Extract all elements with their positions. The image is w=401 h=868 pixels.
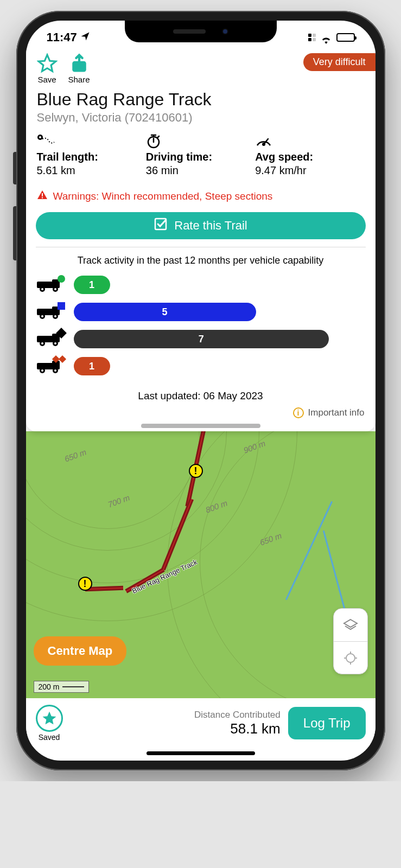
capability-marker-icon bbox=[53, 356, 65, 362]
rate-button-label: Rate this Trail bbox=[174, 219, 247, 233]
chart-bar: 1 bbox=[74, 357, 110, 375]
save-label: Save bbox=[37, 75, 56, 84]
time-value: 36 min bbox=[146, 164, 255, 177]
chart-row: 7 bbox=[36, 327, 366, 351]
svg-point-31 bbox=[54, 369, 56, 372]
vehicle-icon bbox=[36, 277, 67, 292]
centre-map-label: Centre Map bbox=[48, 644, 113, 658]
important-info-button[interactable]: i Important info bbox=[26, 405, 375, 423]
map-scale-bar: 200 m bbox=[34, 681, 90, 693]
log-trip-label: Log Trip bbox=[303, 716, 351, 730]
gauge-icon bbox=[255, 133, 364, 149]
chart-row: 1 bbox=[36, 273, 366, 297]
share-label: Share bbox=[68, 75, 90, 84]
activity-chart: 1571 bbox=[26, 273, 375, 385]
svg-point-24 bbox=[41, 342, 43, 344]
star-outline-icon bbox=[37, 53, 58, 74]
map-warning-marker[interactable]: ! bbox=[189, 464, 203, 478]
save-button[interactable]: Save bbox=[37, 53, 58, 84]
rate-trail-button[interactable]: Rate this Trail bbox=[36, 212, 366, 239]
svg-rect-6 bbox=[42, 197, 43, 199]
phone-frame: 11:47 bbox=[16, 11, 385, 770]
location-arrow-icon bbox=[80, 30, 90, 44]
phone-screen: 11:47 bbox=[26, 21, 375, 761]
svg-point-12 bbox=[41, 288, 43, 290]
warning-triangle-icon bbox=[37, 190, 48, 202]
log-trip-button[interactable]: Log Trip bbox=[288, 707, 366, 739]
map-layers-button[interactable] bbox=[334, 609, 367, 641]
chart-row: 5 bbox=[36, 300, 366, 324]
chart-row: 1 bbox=[36, 354, 366, 378]
vehicle-icon bbox=[36, 331, 67, 347]
centre-map-button[interactable]: Centre Map bbox=[34, 636, 127, 666]
important-info-label: Important info bbox=[308, 407, 365, 418]
chart-caption: Track activity in the past 12 months per… bbox=[26, 247, 375, 273]
trail-length-icon bbox=[37, 133, 146, 149]
status-time: 11:47 bbox=[47, 30, 77, 44]
svg-point-32 bbox=[346, 654, 355, 662]
stats-row: Trail length: 5.61 km Driving time: 36 m… bbox=[26, 128, 375, 181]
svg-point-2 bbox=[39, 136, 41, 138]
chart-bar: 1 bbox=[74, 276, 110, 294]
svg-rect-5 bbox=[42, 193, 43, 196]
chart-bar: 5 bbox=[74, 303, 256, 321]
svg-point-13 bbox=[54, 288, 56, 290]
length-label: Trail length: bbox=[37, 151, 146, 163]
capability-marker-icon bbox=[58, 302, 65, 310]
home-indicator[interactable] bbox=[147, 751, 255, 755]
wifi-icon bbox=[320, 33, 332, 42]
length-value: 5.61 km bbox=[37, 164, 146, 177]
info-icon: i bbox=[293, 407, 304, 418]
warnings-text: Warnings: Winch recommended, Steep secti… bbox=[53, 190, 273, 202]
speed-value: 9.47 km/hr bbox=[255, 164, 364, 177]
trail-title: Blue Rag Range Track bbox=[37, 90, 365, 110]
svg-point-19 bbox=[54, 315, 56, 317]
device-notch bbox=[125, 21, 277, 42]
chart-bar: 7 bbox=[74, 330, 329, 348]
star-filled-icon bbox=[36, 705, 63, 732]
stopwatch-icon bbox=[146, 133, 255, 149]
warnings-row: Warnings: Winch recommended, Steep secti… bbox=[26, 181, 375, 209]
capability-marker-icon bbox=[58, 275, 65, 283]
speed-label: Avg speed: bbox=[255, 151, 364, 163]
battery-icon bbox=[336, 33, 355, 42]
time-label: Driving time: bbox=[146, 151, 255, 163]
last-updated-label: Last updated: 06 May 2023 bbox=[26, 385, 375, 405]
sheet-drag-handle[interactable] bbox=[141, 424, 260, 428]
map-locate-button[interactable] bbox=[334, 641, 367, 674]
map-warning-marker[interactable]: ! bbox=[78, 577, 92, 591]
svg-point-18 bbox=[41, 315, 43, 317]
trail-subtitle: Selwyn, Victoria (702410601) bbox=[37, 111, 365, 125]
bottom-bar: Saved Distance Contributed 58.1 km Log T… bbox=[26, 698, 375, 747]
share-icon bbox=[69, 53, 90, 74]
svg-point-25 bbox=[54, 342, 56, 344]
difficulty-badge: Very difficult bbox=[303, 53, 375, 71]
vehicle-icon bbox=[36, 304, 67, 320]
saved-label: Saved bbox=[39, 733, 60, 742]
vehicle-icon bbox=[36, 359, 67, 374]
distance-value: 58.1 km bbox=[71, 720, 281, 737]
scale-label: 200 m bbox=[39, 682, 60, 691]
cellular-signal-icon bbox=[308, 34, 316, 41]
saved-button[interactable]: Saved bbox=[36, 705, 63, 742]
map-controls bbox=[333, 608, 368, 674]
checkbox-pencil-icon bbox=[154, 217, 168, 234]
svg-point-30 bbox=[41, 369, 43, 372]
map-area[interactable]: 650 m 700 m 800 m 900 m 650 m Blue Rag R… bbox=[26, 431, 375, 698]
distance-caption: Distance Contributed bbox=[71, 710, 281, 720]
share-button[interactable]: Share bbox=[68, 53, 90, 84]
